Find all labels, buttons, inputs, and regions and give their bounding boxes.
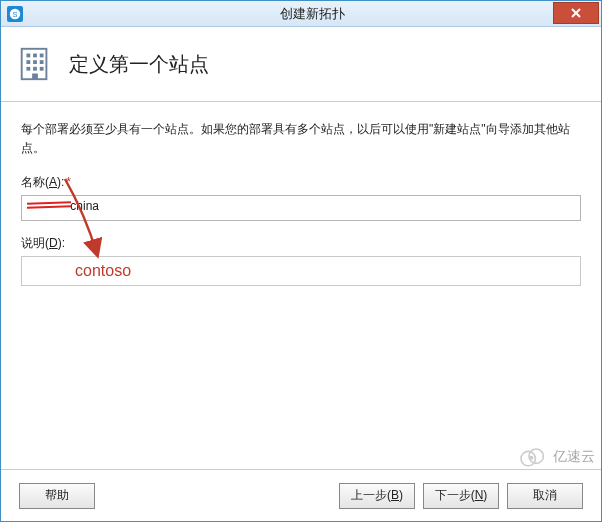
svg-rect-7 (40, 54, 44, 58)
window-title: 创建新拓扑 (23, 5, 601, 23)
wizard-body: 每个部署必须至少具有一个站点。如果您的部署具有多个站点，以后可以使用"新建站点"… (1, 102, 601, 469)
required-asterisk: * (66, 175, 71, 189)
watermark-text: 亿速云 (553, 448, 595, 466)
description-label: 说明(D): (21, 235, 65, 252)
page-title: 定义第一个站点 (69, 51, 209, 78)
svg-rect-5 (26, 54, 30, 58)
svg-rect-9 (33, 60, 37, 64)
redaction-mark (27, 202, 71, 210)
cancel-button[interactable]: 取消 (507, 483, 583, 509)
intro-text: 每个部署必须至少具有一个站点。如果您的部署具有多个站点，以后可以使用"新建站点"… (21, 120, 581, 158)
svg-point-15 (521, 451, 535, 465)
wizard-footer: 帮助 上一步(B) 下一步(N) 取消 (1, 469, 601, 521)
svg-rect-10 (40, 60, 44, 64)
svg-point-17 (529, 456, 533, 460)
description-input[interactable] (21, 256, 581, 286)
watermark-logo-icon (517, 447, 549, 467)
close-button[interactable] (553, 2, 599, 24)
svg-rect-11 (26, 67, 30, 71)
help-button[interactable]: 帮助 (19, 483, 95, 509)
name-label: 名称(A):* (21, 174, 71, 191)
name-input[interactable] (21, 195, 581, 221)
svg-rect-6 (33, 54, 37, 58)
wizard-header: 定义第一个站点 (1, 27, 601, 102)
svg-rect-8 (26, 60, 30, 64)
svg-rect-12 (33, 67, 37, 71)
app-icon: S (7, 6, 23, 22)
titlebar: S 创建新拓扑 (1, 1, 601, 27)
svg-text:S: S (12, 10, 17, 19)
building-icon (15, 45, 55, 83)
svg-rect-14 (32, 74, 38, 80)
svg-rect-13 (40, 67, 44, 71)
watermark: 亿速云 (517, 447, 595, 467)
next-button[interactable]: 下一步(N) (423, 483, 499, 509)
back-button[interactable]: 上一步(B) (339, 483, 415, 509)
dialog-window: S 创建新拓扑 定义第一个站点 每个部署必须至少具有一个站点。如果您的部署具有多… (0, 0, 602, 522)
